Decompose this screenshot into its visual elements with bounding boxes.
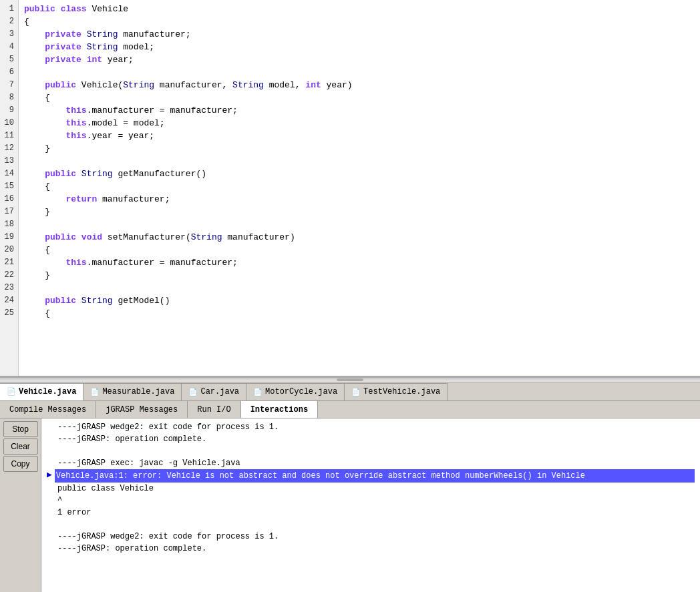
line-number: 18 <box>4 218 14 231</box>
console-line: ----jGRASP: operation complete. <box>47 433 695 445</box>
console-blank-line <box>47 445 695 457</box>
file-tab[interactable]: 📄Car.java <box>182 383 246 400</box>
console-line: public class Vehicle <box>47 483 695 495</box>
console-line: ----jGRASP wedge2: exit code for process… <box>47 421 695 433</box>
line-number: 8 <box>4 91 14 104</box>
scroll-divider[interactable] <box>0 377 700 382</box>
line-number: 21 <box>4 256 14 269</box>
line-number: 1 <box>4 3 14 15</box>
file-tab-icon: 📄 <box>188 388 198 396</box>
line-number: 17 <box>4 206 14 218</box>
file-tab[interactable]: 📄Measurable.java <box>83 383 182 400</box>
console-error-line: ▶ Vehicle.java:1: error: Vehicle is not … <box>47 469 695 483</box>
console-text: ----jGRASP wedge2: exit code for process… <box>57 421 279 433</box>
file-tab-bar: 📄Vehicle.java📄Measurable.java📄Car.java📄M… <box>0 382 700 401</box>
console-text: ^ <box>57 495 62 507</box>
code-editor[interactable]: public class Vehicle{ private String man… <box>19 0 700 376</box>
line-number: 9 <box>4 104 14 117</box>
line-number: 24 <box>4 294 14 307</box>
line-number: 11 <box>4 129 14 142</box>
console-arrow: ▶ <box>47 469 52 481</box>
console-text: 1 error <box>57 507 91 519</box>
bottom-panel: Compile MessagesjGRASP MessagesRun I/OIn… <box>0 401 700 592</box>
console-text: ----jGRASP: operation complete. <box>57 433 206 445</box>
code-line: private int year; <box>24 53 695 66</box>
file-tab-label: MotorCycle.java <box>265 387 337 396</box>
code-line: } <box>24 206 695 218</box>
scroll-handle <box>337 378 363 381</box>
line-number: 12 <box>4 142 14 155</box>
file-tab-icon: 📄 <box>90 388 100 396</box>
copy-button[interactable]: Copy <box>3 456 38 472</box>
code-line: private String manufacturer; <box>24 28 695 41</box>
panel-tab[interactable]: Run I/O <box>188 401 240 418</box>
line-numbers: 1234567891011121314151617181920212223242… <box>0 0 19 376</box>
line-number: 14 <box>4 168 14 180</box>
error-text: Vehicle.java:1: error: Vehicle is not ab… <box>55 469 695 483</box>
console-line: ----jGRASP exec: javac -g Vehicle.java <box>47 457 695 469</box>
code-line: public String getManufacturer() <box>24 168 695 180</box>
panel-tab-bar: Compile MessagesjGRASP MessagesRun I/OIn… <box>0 401 700 418</box>
file-tab[interactable]: 📄MotorCycle.java <box>246 383 345 400</box>
file-tab[interactable]: 📄Vehicle.java <box>0 383 83 400</box>
console-line: ^ <box>47 495 695 507</box>
code-line: this.year = year; <box>24 129 695 142</box>
code-line <box>24 282 695 294</box>
clear-button[interactable]: Clear <box>3 438 38 455</box>
file-tab-label: Vehicle.java <box>19 387 76 396</box>
file-tab-label: TestVehicle.java <box>363 387 440 396</box>
code-line: public class Vehicle <box>24 3 695 15</box>
line-number: 25 <box>4 307 14 320</box>
code-line: public void setManufacturer(String manuf… <box>24 231 695 244</box>
line-number: 23 <box>4 282 14 294</box>
panel-tab[interactable]: jGRASP Messages <box>96 401 188 418</box>
code-line: this.manufacturer = manufacturer; <box>24 104 695 117</box>
stop-button[interactable]: Stop <box>3 421 38 437</box>
code-line: } <box>24 269 695 282</box>
console-line: ----jGRASP wedge2: exit code for process… <box>47 531 695 543</box>
line-number: 6 <box>4 66 14 79</box>
code-line <box>24 155 695 168</box>
code-line: public String getModel() <box>24 294 695 307</box>
line-number: 13 <box>4 155 14 168</box>
console-output[interactable]: ----jGRASP wedge2: exit code for process… <box>41 418 700 592</box>
line-number: 10 <box>4 117 14 129</box>
console-blank-line <box>47 519 695 531</box>
file-tab-icon: 📄 <box>253 388 262 396</box>
code-line: this.model = model; <box>24 117 695 129</box>
file-tab-icon: 📄 <box>351 388 361 396</box>
line-number: 20 <box>4 244 14 256</box>
file-tab-label: Car.java <box>200 387 239 396</box>
file-tab-label: Measurable.java <box>102 387 174 396</box>
line-number: 19 <box>4 231 14 244</box>
line-number: 16 <box>4 193 14 206</box>
code-line: { <box>24 91 695 104</box>
code-line: { <box>24 180 695 193</box>
line-number: 22 <box>4 269 14 282</box>
file-tab[interactable]: 📄TestVehicle.java <box>345 383 448 400</box>
console-text: ----jGRASP exec: javac -g Vehicle.java <box>57 457 240 469</box>
console-text: ----jGRASP wedge2: exit code for process… <box>57 531 279 543</box>
panel-tab[interactable]: Compile Messages <box>0 401 96 418</box>
file-tab-icon: 📄 <box>7 387 16 396</box>
code-line: return manufacturer; <box>24 193 695 206</box>
line-number: 2 <box>4 15 14 28</box>
console-text: ----jGRASP: operation complete. <box>57 543 206 555</box>
code-line <box>24 218 695 231</box>
line-number: 5 <box>4 53 14 66</box>
panel-tab[interactable]: Interactions <box>241 401 318 418</box>
console-text: public class Vehicle <box>57 483 154 495</box>
line-number: 4 <box>4 41 14 53</box>
line-number: 3 <box>4 28 14 41</box>
code-line: { <box>24 15 695 28</box>
panel-body: StopClearCopy ----jGRASP wedge2: exit co… <box>0 418 700 592</box>
code-line: { <box>24 307 695 320</box>
side-buttons: StopClearCopy <box>0 418 41 592</box>
line-number: 15 <box>4 180 14 193</box>
code-line <box>24 66 695 79</box>
console-line: 1 error <box>47 507 695 519</box>
console-line: ----jGRASP: operation complete. <box>47 543 695 555</box>
code-line: this.manufacturer = manufacturer; <box>24 256 695 269</box>
code-line: } <box>24 142 695 155</box>
editor-panel: 1234567891011121314151617181920212223242… <box>0 0 700 377</box>
